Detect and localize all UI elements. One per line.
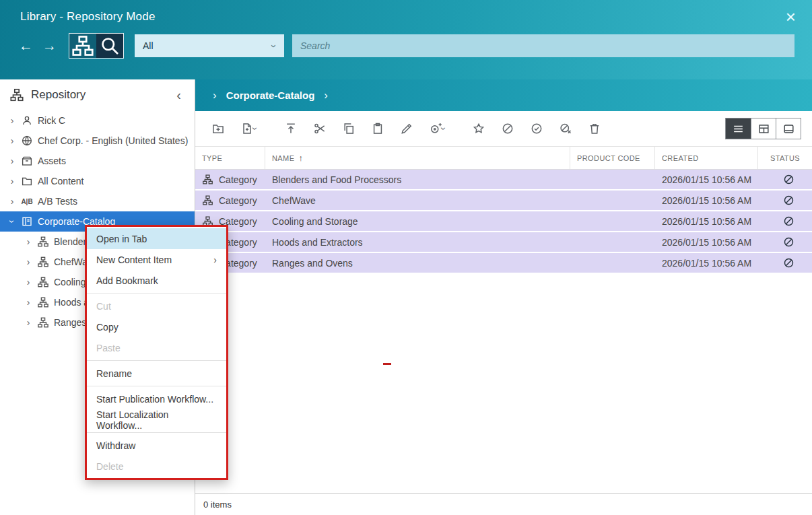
list-view-button[interactable] xyxy=(726,118,751,139)
search-mode-button[interactable] xyxy=(96,34,123,58)
cell-created: 2026/01/15 10:56 AM xyxy=(655,253,758,273)
table-view-button[interactable] xyxy=(751,118,776,139)
delete-button[interactable] xyxy=(585,119,604,138)
breadcrumb-current[interactable]: Corporate-Catalog xyxy=(226,90,315,101)
column-header-created[interactable]: CREATED xyxy=(655,147,758,169)
cell-name: Blenders and Food Processors xyxy=(265,170,570,189)
view-toggle-group xyxy=(725,118,801,139)
menu-item-copy[interactable]: Copy xyxy=(87,316,226,337)
breadcrumb: › Corporate-Catalog › xyxy=(195,79,812,111)
assign-dropdown-icon[interactable]: › xyxy=(438,127,449,131)
menu-item-open-in-tab[interactable]: Open in Tab xyxy=(87,228,226,249)
tree-item-chef-corp[interactable]: › Chef Corp. - English (United States) xyxy=(0,131,195,151)
menu-item-cut: Cut xyxy=(87,296,226,316)
cut-button[interactable] xyxy=(310,119,329,138)
chevron-right-icon[interactable]: › xyxy=(8,196,16,207)
user-icon xyxy=(21,114,33,127)
copy-button[interactable] xyxy=(339,119,358,138)
cell-product-code xyxy=(570,232,655,252)
add-folder-button[interactable] xyxy=(209,119,228,138)
table-row-blenders[interactable]: Category Blenders and Food Processors 20… xyxy=(195,170,812,189)
back-button[interactable]: ← xyxy=(19,38,33,54)
cell-status xyxy=(758,211,812,231)
tree-item-all-content[interactable]: › All Content xyxy=(0,171,195,191)
status-bar: 0 items xyxy=(195,493,812,515)
clipboard-icon xyxy=(371,122,384,135)
table-row-chefwave[interactable]: Category ChefWave 2026/01/15 10:56 AM xyxy=(195,191,812,210)
globe-icon xyxy=(21,135,33,147)
menu-item-rename[interactable]: Rename xyxy=(87,363,226,384)
approve-check-icon xyxy=(530,122,543,135)
tree-item-ab-tests[interactable]: › A|B A/B Tests xyxy=(0,191,195,211)
forward-button[interactable]: → xyxy=(42,38,57,54)
chevron-right-icon[interactable]: › xyxy=(324,89,328,102)
menu-item-start-publication-workflow[interactable]: Start Publication Workflow... xyxy=(87,388,226,409)
tree-mode-button[interactable] xyxy=(69,34,96,58)
panel-view-button[interactable] xyxy=(776,118,801,139)
favorite-button[interactable] xyxy=(469,119,488,138)
unpublished-status-icon xyxy=(783,215,794,227)
chevron-right-icon[interactable]: › xyxy=(24,297,32,308)
chevron-right-icon[interactable]: › xyxy=(24,236,32,247)
menu-divider xyxy=(87,386,226,386)
paste-button[interactable] xyxy=(368,119,387,138)
unpublished-status-icon xyxy=(783,236,794,248)
cell-created: 2026/01/15 10:56 AM xyxy=(655,191,758,210)
window-header: Library - Repository Mode × ← → All › xyxy=(0,0,812,79)
menu-divider xyxy=(87,360,226,361)
table-view-icon xyxy=(757,123,770,135)
column-header-type[interactable]: TYPE xyxy=(195,147,265,169)
chevron-right-icon[interactable]: › xyxy=(213,89,217,102)
cell-product-code xyxy=(570,211,655,231)
menu-item-start-localization-workflow[interactable]: Start Localization Workflow... xyxy=(87,409,226,430)
search-input[interactable] xyxy=(292,34,794,57)
cell-type: Category xyxy=(195,170,265,189)
menu-item-add-bookmark[interactable]: Add Bookmark xyxy=(87,270,226,291)
close-icon[interactable]: × xyxy=(786,10,796,24)
archive-icon xyxy=(21,155,33,167)
edit-button[interactable] xyxy=(397,119,416,138)
menu-divider xyxy=(87,432,226,433)
column-header-product-code[interactable]: PRODUCT CODE xyxy=(570,147,655,169)
filter-dropdown[interactable]: All › xyxy=(135,34,284,57)
sitemap-icon xyxy=(69,34,96,58)
chevron-right-icon[interactable]: › xyxy=(8,115,16,126)
tree-item-label: Assets xyxy=(38,156,66,166)
menu-item-new-content-item[interactable]: New Content Item › xyxy=(87,249,226,270)
tree-item-assets[interactable]: › Assets xyxy=(0,151,195,171)
chevron-right-icon[interactable]: › xyxy=(24,277,32,287)
table-header: TYPE NAME ↑ PRODUCT CODE CREATED STATUS xyxy=(195,146,812,170)
menu-item-paste: Paste xyxy=(87,337,226,358)
upload-button[interactable] xyxy=(281,119,300,138)
cell-status xyxy=(758,232,812,252)
tree-item-rick-c[interactable]: › Rick C xyxy=(0,110,195,131)
table-row-cooling[interactable]: Category Cooling and Storage 2026/01/15 … xyxy=(195,211,812,231)
mode-toggle-group xyxy=(69,33,124,59)
approve-button[interactable] xyxy=(527,119,546,138)
unpublish-button[interactable] xyxy=(498,119,517,138)
chevron-right-icon[interactable]: › xyxy=(24,256,32,267)
sort-ascending-icon[interactable]: ↑ xyxy=(298,153,303,163)
table-body: Category Blenders and Food Processors 20… xyxy=(195,170,812,493)
tree-item-label: Ranges xyxy=(54,317,86,328)
chevron-right-icon[interactable]: › xyxy=(8,176,16,186)
chevron-expanded-icon[interactable]: › xyxy=(7,217,18,226)
collapse-sidebar-icon[interactable]: ‹ xyxy=(176,88,185,103)
chevron-right-icon[interactable]: › xyxy=(8,135,16,146)
chevron-right-icon[interactable]: › xyxy=(8,156,16,166)
tree-item-label: Hoods a xyxy=(54,297,89,308)
table-row-hoods[interactable]: Category Hoods and Extractors 2026/01/15… xyxy=(195,232,812,252)
search-icon xyxy=(96,34,123,58)
table-row-ranges[interactable]: Category Ranges and Ovens 2026/01/15 10:… xyxy=(195,253,812,273)
copy-icon xyxy=(342,122,356,135)
column-header-name[interactable]: NAME ↑ xyxy=(265,147,570,169)
context-menu: Open in Tab New Content Item › Add Bookm… xyxy=(85,225,228,480)
menu-item-withdraw[interactable]: Withdraw xyxy=(87,435,226,456)
cell-created: 2026/01/15 10:56 AM xyxy=(655,232,758,252)
column-header-status[interactable]: STATUS xyxy=(758,147,812,169)
cell-product-code xyxy=(570,253,655,273)
new-item-dropdown-icon[interactable]: › xyxy=(250,127,261,131)
revoke-button[interactable] xyxy=(556,119,575,138)
chevron-right-icon[interactable]: › xyxy=(24,317,32,328)
menu-item-delete: Delete xyxy=(87,456,226,477)
